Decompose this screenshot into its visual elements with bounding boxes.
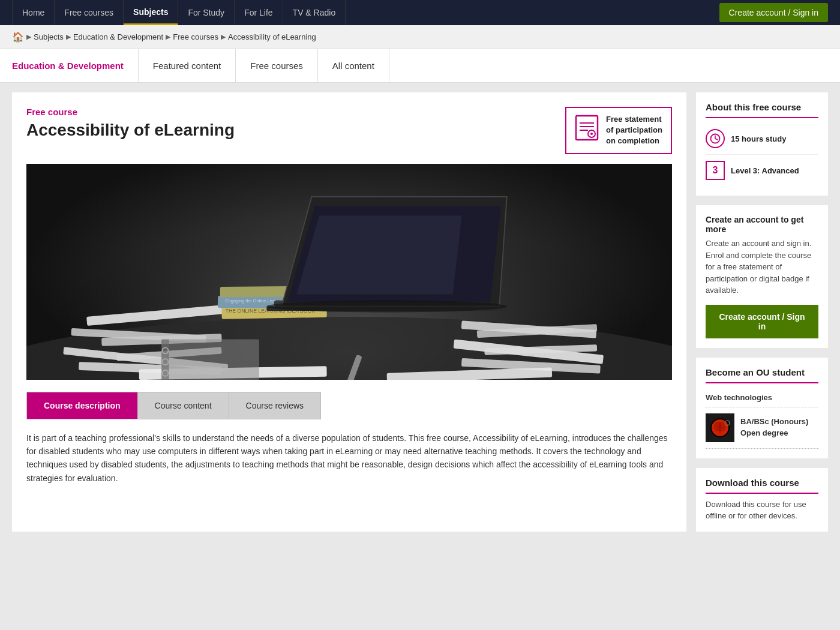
participation-badge: Free statement of participation on compl… bbox=[565, 107, 672, 154]
nav-for-study[interactable]: For Study bbox=[178, 0, 235, 25]
top-navigation: Home Free courses Subjects For Study For… bbox=[0, 0, 840, 25]
download-box: Download this course Download this cours… bbox=[696, 468, 828, 532]
web-tech-link[interactable]: Web technologies bbox=[706, 388, 818, 407]
breadcrumb-sep-3: ▶ bbox=[166, 33, 170, 41]
nav-links: Home Free courses Subjects For Study For… bbox=[12, 0, 719, 25]
ou-student-title: Become an OU student bbox=[706, 367, 818, 383]
about-course-box: About this free course 15 hours study 3 … bbox=[696, 92, 828, 196]
tab-featured-content[interactable]: Featured content bbox=[139, 49, 236, 83]
course-description-text: It is part of a teaching professional's … bbox=[26, 431, 672, 485]
tab-education-development[interactable]: Education & Development bbox=[12, 49, 139, 83]
course-main-content: Free course Accessibility of eLearning F… bbox=[12, 92, 686, 532]
course-content-tabs: Course description Course content Course… bbox=[26, 392, 672, 419]
breadcrumb: 🏠 ▶ Subjects ▶ Education & Development ▶… bbox=[0, 25, 840, 49]
tab-course-description[interactable]: Course description bbox=[26, 392, 137, 419]
tab-all-content[interactable]: All content bbox=[318, 49, 389, 83]
create-account-desc: Create an account and sign in. Enrol and… bbox=[706, 238, 818, 296]
breadcrumb-current: Accessibility of eLearning bbox=[228, 32, 316, 41]
svg-rect-32 bbox=[161, 339, 259, 379]
download-title: Download this course bbox=[706, 478, 818, 494]
main-container: Free course Accessibility of eLearning F… bbox=[0, 83, 840, 541]
nav-home[interactable]: Home bbox=[12, 0, 55, 25]
breadcrumb-sep-2: ▶ bbox=[66, 33, 71, 41]
course-header-row: Free course Accessibility of eLearning F… bbox=[26, 107, 672, 154]
breadcrumb-sep-1: ▶ bbox=[26, 33, 31, 41]
create-account-heading: Create an account to get more bbox=[706, 215, 818, 234]
course-title-block: Free course Accessibility of eLearning bbox=[26, 107, 553, 149]
ou-student-box: Become an OU student Web technologies bbox=[696, 358, 828, 458]
level-row: 3 Level 3: Advanced bbox=[706, 155, 818, 186]
participation-text: Free statement of participation on compl… bbox=[606, 114, 662, 147]
breadcrumb-sep-4: ▶ bbox=[221, 33, 226, 41]
nav-subjects[interactable]: Subjects bbox=[124, 0, 178, 25]
level-icon: 3 bbox=[706, 161, 725, 180]
course-image: THE ONLINE LEARNING IDEA BOOK Engaging t… bbox=[26, 164, 672, 380]
level-label: Level 3: Advanced bbox=[731, 166, 799, 175]
clock-icon bbox=[706, 129, 725, 148]
svg-point-5 bbox=[590, 133, 593, 135]
about-course-title: About this free course bbox=[706, 102, 818, 118]
nav-tv-radio[interactable]: TV & Radio bbox=[283, 0, 346, 25]
nav-free-courses[interactable]: Free courses bbox=[55, 0, 124, 25]
sidebar-create-account-button[interactable]: Create account / Sign in bbox=[706, 305, 818, 338]
course-title: Accessibility of eLearning bbox=[26, 121, 553, 140]
tab-course-content[interactable]: Course content bbox=[137, 392, 229, 419]
home-icon[interactable]: 🏠 bbox=[12, 31, 24, 43]
hours-label: 15 hours study bbox=[731, 134, 786, 143]
participation-icon bbox=[575, 115, 599, 146]
free-course-label: Free course bbox=[26, 107, 553, 117]
top-create-account-button[interactable]: Create account / Sign in bbox=[719, 3, 828, 22]
hours-row: 15 hours study bbox=[706, 123, 818, 155]
section-tabs: Education & Development Featured content… bbox=[0, 49, 840, 83]
ou-course-row: BA/BSc (Honours) Open degree bbox=[706, 407, 818, 449]
breadcrumb-subjects[interactable]: Subjects bbox=[34, 32, 64, 41]
ou-degree-label[interactable]: BA/BSc (Honours) Open degree bbox=[740, 416, 818, 438]
create-account-box: Create an account to get more Create an … bbox=[696, 205, 828, 348]
sidebar: About this free course 15 hours study 3 … bbox=[696, 92, 828, 532]
download-desc: Download this course for use offline or … bbox=[706, 499, 818, 522]
tab-free-courses[interactable]: Free courses bbox=[236, 49, 318, 83]
svg-point-27 bbox=[266, 300, 506, 312]
breadcrumb-education[interactable]: Education & Development bbox=[73, 32, 163, 41]
nav-for-life[interactable]: For Life bbox=[235, 0, 283, 25]
ou-course-thumb bbox=[706, 413, 734, 442]
tab-course-reviews[interactable]: Course reviews bbox=[229, 392, 321, 419]
breadcrumb-free-courses[interactable]: Free courses bbox=[173, 32, 218, 41]
svg-line-42 bbox=[715, 139, 718, 140]
